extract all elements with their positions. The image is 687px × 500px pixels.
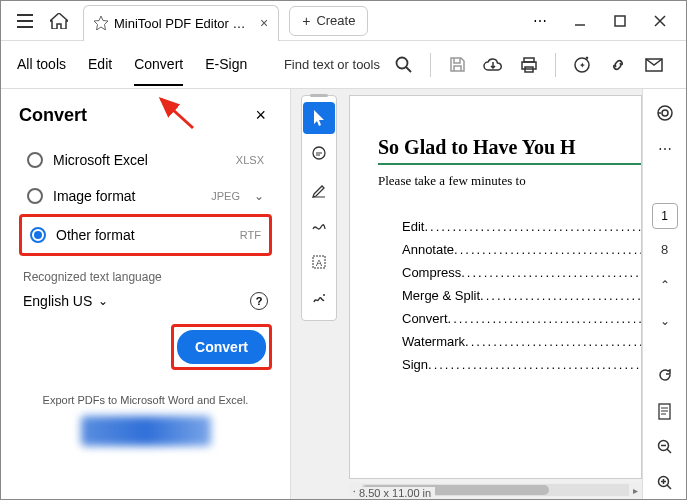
sign-tool-icon[interactable]: [303, 282, 335, 314]
main-toolbar: All tools Edit Convert E-Sign Find text …: [1, 41, 686, 89]
panel-footer-text: Export PDFs to Microsoft Word and Excel.: [19, 394, 272, 406]
page-dimensions: 8.50 x 11.00 in: [355, 487, 435, 499]
tab-title: MiniTool PDF Editor Use...: [114, 16, 254, 31]
toc-item: Compress................................…: [402, 265, 641, 280]
option-label: Microsoft Excel: [53, 152, 226, 168]
toc-item: Convert.................................…: [402, 311, 641, 326]
rotate-icon[interactable]: [649, 359, 681, 391]
option-other-format[interactable]: Other format RTF: [19, 214, 272, 256]
convert-button-highlight: Convert: [171, 324, 272, 370]
toc-item: Merge & Split...........................…: [402, 288, 641, 303]
language-select[interactable]: English US ⌄: [23, 293, 108, 309]
minimize-icon[interactable]: [562, 5, 598, 37]
document-tab[interactable]: MiniTool PDF Editor Use... ×: [83, 5, 279, 41]
page-total: 8: [649, 233, 681, 265]
option-format: XLSX: [236, 154, 264, 166]
panel-toggle-icon[interactable]: [649, 97, 681, 129]
search-icon[interactable]: [388, 49, 420, 81]
tab-close-icon[interactable]: ×: [260, 15, 268, 31]
chevron-down-icon: ⌄: [98, 294, 108, 308]
svg-text:A: A: [316, 258, 322, 268]
zoom-out-icon[interactable]: [649, 431, 681, 463]
right-rail: ⋯ 1 8 ⌃ ⌄: [642, 89, 686, 500]
floating-toolbar[interactable]: A: [301, 95, 337, 321]
svg-rect-0: [615, 16, 625, 26]
print-icon[interactable]: [513, 49, 545, 81]
language-label: Recognized text language: [23, 270, 272, 284]
radio-selected-icon: [30, 227, 46, 243]
doc-toc: Edit....................................…: [402, 219, 641, 372]
option-excel[interactable]: Microsoft Excel XLSX: [19, 142, 272, 178]
draw-tool-icon[interactable]: [303, 210, 335, 242]
document-viewport: A So Glad to Have You H Please take a fe…: [291, 89, 642, 500]
panel-close-icon[interactable]: ×: [249, 103, 272, 128]
document-page[interactable]: So Glad to Have You H Please take a few …: [349, 95, 642, 479]
home-icon[interactable]: [43, 5, 75, 37]
svg-point-1: [397, 57, 408, 68]
option-format: RTF: [240, 229, 261, 241]
page-up-icon[interactable]: ⌃: [649, 269, 681, 301]
text-select-tool-icon[interactable]: A: [303, 246, 335, 278]
help-icon[interactable]: ?: [250, 292, 268, 310]
radio-unselected-icon: [27, 152, 43, 168]
find-label: Find text or tools: [284, 57, 380, 72]
doc-heading: So Glad to Have You H: [378, 136, 641, 159]
cursor-tool-icon[interactable]: [303, 102, 335, 134]
svg-text:✦: ✦: [579, 61, 586, 70]
toc-item: Watermark...............................…: [402, 334, 641, 349]
tab-esign[interactable]: E-Sign: [205, 44, 247, 86]
doc-subtitle: Please take a few minutes to: [378, 173, 641, 189]
chevron-down-icon[interactable]: ⌄: [254, 189, 264, 203]
zoom-in-icon[interactable]: [649, 467, 681, 499]
panel-title: Convert: [19, 105, 87, 126]
option-label: Other format: [56, 227, 230, 243]
convert-panel: Convert × Microsoft Excel XLSX Image for…: [1, 89, 291, 500]
option-image[interactable]: Image format JPEG ⌄: [19, 178, 272, 214]
titlebar: MiniTool PDF Editor Use... × + Create ⋯: [1, 1, 686, 41]
svg-rect-3: [522, 62, 536, 69]
blurred-content: [81, 416, 211, 446]
toc-item: Sign....................................…: [402, 357, 641, 372]
save-icon[interactable]: [441, 49, 473, 81]
page-number-input[interactable]: 1: [652, 203, 678, 229]
convert-button[interactable]: Convert: [177, 330, 266, 364]
more-icon[interactable]: ⋯: [522, 5, 558, 37]
tab-all-tools[interactable]: All tools: [17, 44, 66, 86]
create-tab-button[interactable]: + Create: [289, 6, 368, 36]
option-label: Image format: [53, 188, 201, 204]
comment-tool-icon[interactable]: [303, 138, 335, 170]
link-icon[interactable]: [602, 49, 634, 81]
toc-item: Annotate................................…: [402, 242, 641, 257]
cloud-icon[interactable]: [477, 49, 509, 81]
scroll-right-icon: ▸: [629, 485, 642, 496]
star-icon: [94, 16, 108, 30]
create-label: Create: [316, 13, 355, 28]
mail-icon[interactable]: [638, 49, 670, 81]
close-icon[interactable]: [642, 5, 678, 37]
radio-unselected-icon: [27, 188, 43, 204]
svg-point-11: [323, 294, 325, 296]
ai-icon[interactable]: ✦: [566, 49, 598, 81]
tab-edit[interactable]: Edit: [88, 44, 112, 86]
more-options-icon[interactable]: ⋯: [649, 133, 681, 165]
doc-underline: [378, 163, 642, 165]
page-view-icon[interactable]: [649, 395, 681, 427]
toc-item: Edit....................................…: [402, 219, 641, 234]
maximize-icon[interactable]: [602, 5, 638, 37]
hamburger-menu-icon[interactable]: [9, 5, 41, 37]
highlight-tool-icon[interactable]: [303, 174, 335, 206]
tab-convert[interactable]: Convert: [134, 44, 183, 86]
option-format: JPEG: [211, 190, 240, 202]
page-down-icon[interactable]: ⌄: [649, 305, 681, 337]
svg-point-13: [662, 110, 668, 116]
